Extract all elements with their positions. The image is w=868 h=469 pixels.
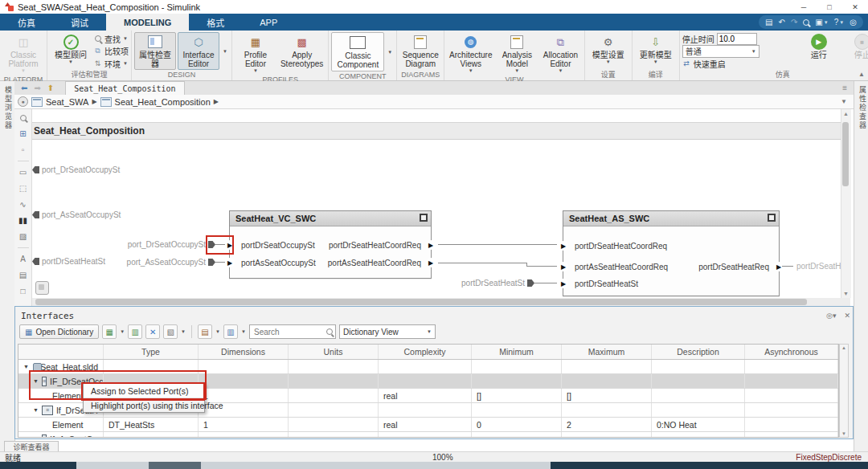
compare-button[interactable]: ⧉比较项 [93,46,129,57]
redo-icon[interactable]: ↷ [791,18,797,27]
run-button[interactable]: ▶ 运行 [798,32,840,70]
box-tool-icon[interactable]: □ [18,286,29,296]
annotation-tool-icon[interactable]: A [18,254,29,264]
breadcrumb-caret-icon[interactable]: ▶ [214,98,219,105]
tab-app[interactable]: APP [242,14,295,31]
scope-tool-icon[interactable]: ∿ [18,199,29,210]
zoom-tool-icon[interactable] [18,112,29,123]
find-button[interactable]: 查找▼ [93,33,129,44]
block-checkbox-icon[interactable] [420,214,428,222]
external-port[interactable]: portDrSeatHeatRe [794,262,841,271]
port-connector-label[interactable]: port_DrSeatOccupySt [125,240,215,249]
property-inspector-strip[interactable]: 属性检查器 [854,81,868,451]
block-seatheat-vc-swc[interactable]: SeatHeat_VC_SWC ▶ ▶ portDrSeatOccupySt p… [229,210,432,279]
table-row[interactable]: Element DT_HeatSts 1 real 0 2 0:NO Heat [18,418,838,432]
back-icon[interactable]: ⬅ [21,84,27,92]
architecture-views-button[interactable]: ◍ Architecture Views▼ [447,32,494,75]
breadcrumb-root[interactable]: Seat_SWA [46,97,88,107]
block-seatheat-as-swc[interactable]: SeatHeat_AS_SWC ▶ ▶ ▶ portDrSeatHeatCoor… [563,210,780,296]
import-button[interactable]: ▧ [163,324,178,339]
subsystem-tool-icon[interactable]: ▭ [18,167,29,177]
account-icon[interactable]: ◎ [850,18,857,27]
tab-format[interactable]: 格式 [189,14,242,31]
vertical-scroll-thumb[interactable] [842,122,849,186]
environment-button[interactable]: ⇅环境▼ [93,58,129,69]
horizontal-scroll-thumb[interactable] [35,299,807,305]
table-row[interactable]: ▼≡If_AsSeatOccup [18,432,838,438]
order-caret-icon[interactable]: ▼ [241,329,246,334]
tab-simulation[interactable]: 仿真 [0,14,53,31]
zoom-icon[interactable] [803,19,809,26]
apply-stereotypes-button[interactable]: ▩ Apply Stereotypes [278,32,326,75]
table-vertical-scrollbar[interactable]: ▲ ▼ [839,344,849,438]
view-mode-select[interactable]: Dictionary View▼ [339,324,436,339]
area-tool-icon[interactable]: ⬚ [18,183,29,194]
sim-mode-select[interactable]: 普通▼ [682,45,760,58]
in-port-icon[interactable]: ▶ [559,262,568,271]
component-dropdown-icon[interactable]: ▼ [386,50,394,55]
import-caret-icon[interactable]: ▼ [181,329,186,334]
model-settings-button[interactable]: ⚙ 模型设置▼ [588,32,629,70]
add-interface-button[interactable]: ▦ [102,324,117,339]
out-port-icon[interactable]: ▶ [426,258,436,267]
external-port[interactable]: port_DrSeatOccupySt [32,165,120,174]
panel-close-icon[interactable]: ✕ [844,312,850,320]
out-port-icon[interactable]: ▶ [426,240,436,250]
external-port[interactable]: portDrSeatHeatSt [32,257,105,266]
barcode-tool-icon[interactable]: ▮▮ [18,215,29,226]
in-port-icon[interactable]: ▶ [559,241,568,251]
status-solver[interactable]: FixedStepDiscrete [796,453,862,462]
classic-platform-button[interactable]: ◫ Classic Platform▼ [2,32,44,75]
scroll-down-icon[interactable]: ▼ [841,431,846,436]
breadcrumb-current[interactable]: Seat_Heat_Composition [115,97,211,107]
allocation-editor-button[interactable]: ⧉ Allocation Editor▼ [539,32,581,75]
panel-minimize-icon[interactable]: ◎▾ [826,312,836,320]
stamp-tool-icon[interactable]: ▤ [18,270,29,280]
tab-modeling[interactable]: MODELING [106,14,189,31]
breadcrumb-dropdown-icon[interactable]: ▼ [841,98,847,105]
undo-icon[interactable]: ↶ [779,18,785,27]
breadcrumb-home-icon[interactable]: ● [18,96,28,107]
expand-icon[interactable]: ▼ [23,364,29,369]
open-dictionary-button[interactable]: ▦ Open Dictionary [19,324,99,339]
interface-editor-button[interactable]: ⬡ Interface Editor [178,32,219,70]
region-icon[interactable]: ▫ [18,145,29,155]
in-port-icon[interactable]: ▶ [559,279,568,288]
expand-icon[interactable]: ▼ [33,436,39,438]
design-dropdown-icon[interactable]: ▼ [221,49,229,54]
model-browser-strip[interactable]: 模型浏览器 [0,81,15,451]
fast-restart-button[interactable]: ⇄快速重启 [682,58,796,69]
help-icon[interactable]: ?▼ [834,18,845,27]
image-tool-icon[interactable]: ▨ [18,231,29,242]
save-icon[interactable]: ▤ [765,18,772,27]
stop-time-input[interactable] [717,33,757,45]
property-inspector-button[interactable]: 属性检查器 [134,32,176,70]
block-checkbox-icon[interactable] [768,214,776,222]
expand-icon[interactable]: ▼ [33,407,39,413]
add-viewpoint-icon[interactable]: ⊞ [18,128,29,139]
collapse-ribbon-icon[interactable]: ▲ [858,71,865,78]
analysis-model-button[interactable]: Analysis Model▼ [496,32,538,75]
search-input[interactable] [252,327,326,337]
up-icon[interactable]: ⬆ [47,84,54,92]
out-port-icon[interactable]: ▶ [774,262,784,271]
external-port[interactable]: port_AsSeatOccupySt [32,210,121,219]
forward-icon[interactable]: ➡ [34,84,40,92]
tab-debug[interactable]: 调试 [53,14,106,31]
capture-icon[interactable]: ▣▼ [815,18,828,27]
minimize-button[interactable]: ─ [791,1,817,14]
document-tab[interactable]: Seat_Heat_Composition [65,81,184,96]
stereotype-caret-icon[interactable]: ▼ [215,329,220,334]
maximize-button[interactable]: □ [817,1,842,14]
port-connector-label[interactable]: port_AsSeatOccupySt [125,258,215,267]
scroll-up-icon[interactable]: ▲ [841,345,846,350]
add-interface-caret-icon[interactable]: ▼ [120,329,125,334]
scroll-up-icon[interactable]: ▲ [843,111,849,116]
diagnostic-viewer-tab[interactable]: 诊断查看器 [4,441,59,452]
close-button[interactable]: ✕ [842,1,868,14]
sequence-diagram-button[interactable]: Sequence Diagram [399,32,441,70]
order-button[interactable]: ▥ [223,324,238,339]
stereotype-button[interactable]: ▤ [198,324,212,339]
stop-button[interactable]: ■ 停止 [841,32,868,70]
delete-button[interactable]: ✕ [145,324,160,339]
